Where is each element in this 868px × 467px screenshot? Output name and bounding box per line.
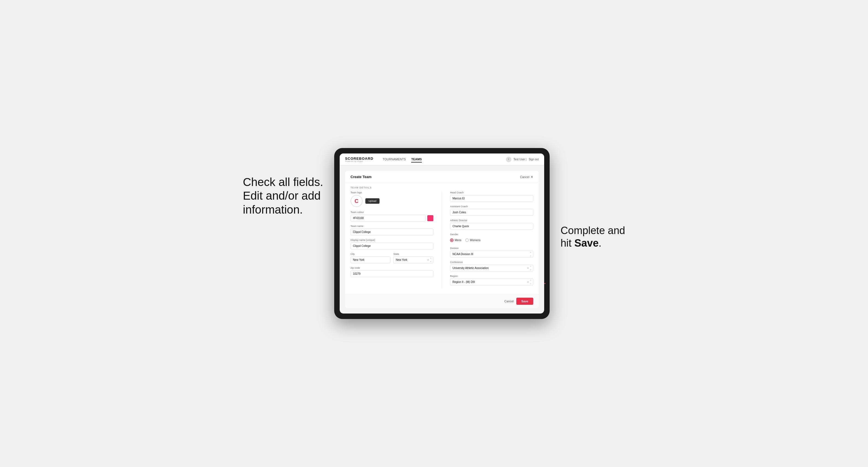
gender-womens-label: Womens bbox=[470, 239, 480, 242]
form-footer: Cancel Save bbox=[345, 294, 539, 308]
gender-label: Gender bbox=[450, 233, 533, 236]
asst-coach-field: Assistant Coach bbox=[450, 205, 533, 216]
display-name-label: Display name (unique) bbox=[350, 239, 434, 242]
display-name-input[interactable] bbox=[350, 243, 434, 249]
section-label: TEAM DETAILS bbox=[345, 183, 539, 191]
division-select[interactable]: NCAA Division III bbox=[450, 251, 533, 257]
nav-links: TOURNAMENTS TEAMS bbox=[383, 156, 422, 162]
asst-coach-label: Assistant Coach bbox=[450, 205, 533, 208]
team-colour-field: Team colour bbox=[350, 211, 434, 221]
asst-coach-input[interactable] bbox=[450, 209, 533, 216]
region-select[interactable]: Region II - (M) DIII bbox=[450, 279, 533, 285]
form-header: Create Team Cancel ✕ bbox=[345, 171, 539, 183]
division-label: Division bbox=[450, 247, 533, 250]
team-logo-circle: C bbox=[350, 195, 363, 207]
gender-field: Gender Mens Womens bbox=[450, 233, 533, 244]
colour-swatch[interactable] bbox=[427, 215, 433, 221]
annotation-left: Check all fields. Edit and/or add inform… bbox=[243, 148, 323, 217]
zip-label: Zip code bbox=[350, 267, 434, 269]
team-logo-label: Team logo bbox=[350, 191, 434, 194]
annotation-right-line1: Complete and bbox=[561, 225, 625, 236]
region-field: Region Region II - (M) DIII ✕ ⌃⌄ bbox=[450, 275, 533, 285]
annotation-right-line2: hit bbox=[561, 237, 575, 249]
team-name-input[interactable] bbox=[350, 228, 434, 236]
form-title: Create Team bbox=[350, 175, 372, 179]
radio-womens-dot bbox=[465, 239, 469, 242]
logo-upload-area: C Upload bbox=[350, 195, 434, 207]
head-coach-label: Head Coach bbox=[450, 191, 533, 194]
cancel-x-icon[interactable]: ✕ bbox=[530, 175, 533, 179]
annotation-right-bold: Save bbox=[575, 237, 599, 249]
conference-field: Conference University Athletic Associati… bbox=[450, 261, 533, 272]
annotation-right-end: . bbox=[598, 237, 601, 249]
colour-input-wrapper bbox=[350, 215, 434, 221]
gender-mens-label: Mens bbox=[455, 239, 461, 242]
navbar: SCOREBOARD Powered by clippd TOURNAMENTS… bbox=[340, 154, 544, 165]
conference-select[interactable]: University Athletic Association bbox=[450, 264, 533, 272]
logo-title: SCOREBOARD bbox=[345, 157, 374, 160]
annotation-left-line3: information. bbox=[243, 203, 303, 216]
user-avatar: T bbox=[506, 157, 512, 162]
signout-link[interactable]: Sign out bbox=[529, 158, 539, 161]
conference-select-wrapper: University Athletic Association ✕ ⌃⌄ bbox=[450, 264, 533, 272]
region-select-wrapper: Region II - (M) DIII ✕ ⌃⌄ bbox=[450, 279, 533, 285]
team-colour-label: Team colour bbox=[350, 211, 434, 214]
annotation-left-line1: Check all fields. bbox=[243, 176, 323, 188]
state-clear-icon[interactable]: ✕ bbox=[427, 259, 429, 261]
region-clear-icon[interactable]: ✕ bbox=[527, 281, 529, 283]
head-coach-field: Head Coach bbox=[450, 191, 533, 202]
city-field: City bbox=[350, 253, 391, 263]
athletic-dir-field: Athletic Director bbox=[450, 219, 533, 230]
state-label: State bbox=[393, 253, 433, 255]
athletic-dir-label: Athletic Director bbox=[450, 219, 533, 222]
team-name-label: Team name bbox=[350, 225, 434, 227]
head-coach-input[interactable] bbox=[450, 195, 533, 202]
form-right-column: Head Coach Assistant Coach Athletic Dire… bbox=[442, 191, 533, 289]
logo-area: SCOREBOARD Powered by clippd bbox=[345, 157, 374, 162]
team-name-field: Team name bbox=[350, 225, 434, 236]
region-label: Region bbox=[450, 275, 533, 277]
form-cancel-top[interactable]: Cancel ✕ bbox=[520, 175, 533, 179]
gender-womens-option[interactable]: Womens bbox=[465, 239, 480, 242]
save-button[interactable]: Save bbox=[516, 298, 533, 305]
annotation-left-line2: Edit and/or add bbox=[243, 189, 321, 202]
conference-clear-icon[interactable]: ✕ bbox=[527, 267, 529, 270]
gender-mens-option[interactable]: Mens bbox=[450, 239, 461, 242]
logo-sub: Powered by clippd bbox=[345, 160, 374, 162]
gender-radio-group: Mens Womens bbox=[450, 237, 533, 244]
team-logo-field: Team logo C Upload bbox=[350, 191, 434, 207]
athletic-dir-input[interactable] bbox=[450, 223, 533, 230]
nav-right: T Test User | Sign out bbox=[506, 157, 539, 162]
form-body: Team logo C Upload Team colour bbox=[345, 191, 539, 294]
display-name-field: Display name (unique) bbox=[350, 239, 434, 249]
create-team-form: Create Team Cancel ✕ TEAM DETAILS Team l… bbox=[345, 171, 539, 308]
zip-input[interactable] bbox=[350, 270, 434, 277]
cancel-button[interactable]: Cancel bbox=[504, 300, 514, 303]
zip-field: Zip code bbox=[350, 267, 434, 277]
colour-input[interactable] bbox=[350, 215, 426, 221]
city-input[interactable] bbox=[350, 256, 391, 263]
division-field: Division NCAA Division III ⌃⌄ bbox=[450, 247, 533, 257]
division-select-wrapper: NCAA Division III ⌃⌄ bbox=[450, 251, 533, 257]
form-left-column: Team logo C Upload Team colour bbox=[350, 191, 442, 289]
city-label: City bbox=[350, 253, 391, 255]
nav-link-teams[interactable]: TEAMS bbox=[411, 156, 422, 162]
user-label: Test User | bbox=[514, 158, 527, 161]
city-state-row: City State New York ✕ bbox=[350, 253, 434, 263]
state-field: State New York ✕ ⌃⌄ bbox=[393, 253, 433, 263]
radio-mens-dot bbox=[450, 239, 454, 242]
state-select-wrapper: New York ✕ ⌃⌄ bbox=[393, 256, 433, 263]
upload-button[interactable]: Upload bbox=[365, 198, 380, 204]
conference-label: Conference bbox=[450, 261, 533, 263]
annotation-right: Complete and hit Save. bbox=[561, 148, 625, 249]
nav-link-tournaments[interactable]: TOURNAMENTS bbox=[383, 156, 406, 162]
